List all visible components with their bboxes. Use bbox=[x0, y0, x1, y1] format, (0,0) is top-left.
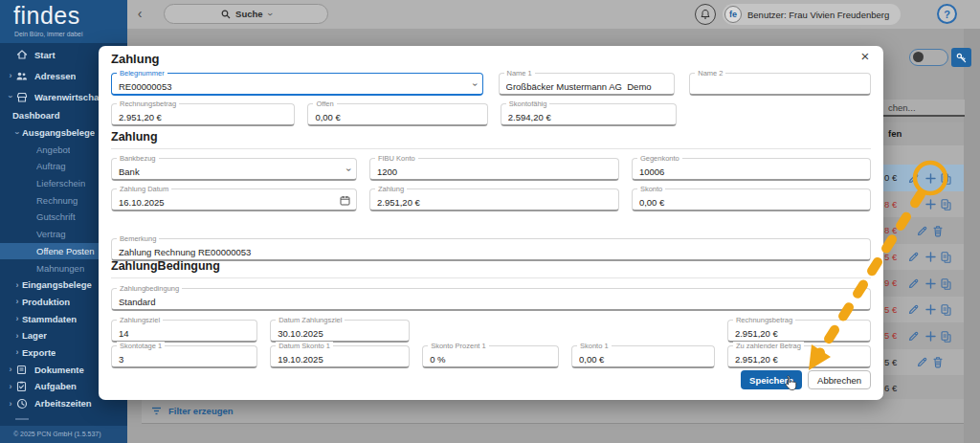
plus-icon[interactable] bbox=[924, 171, 937, 185]
chevron-down-icon: › bbox=[6, 92, 15, 101]
close-icon[interactable]: × bbox=[857, 48, 874, 65]
field-value: 0,00 € bbox=[315, 112, 479, 122]
skontotage1-field[interactable]: Skontotage 1 3 bbox=[111, 345, 257, 368]
table-row[interactable]: 6 € bbox=[883, 375, 964, 402]
table-row[interactable]: 5 € bbox=[883, 322, 964, 349]
help-button[interactable]: ? bbox=[937, 4, 957, 24]
calendar-icon[interactable] bbox=[340, 195, 350, 206]
datum-zahlungsziel-field[interactable]: Datum Zahlungsziel 30.10.2025 bbox=[270, 320, 410, 343]
pencil-icon[interactable] bbox=[906, 251, 920, 264]
sidebar-item-label: Ausgangsbelege bbox=[22, 127, 95, 138]
field-value: Standard bbox=[119, 297, 863, 307]
table-filter-row[interactable] bbox=[883, 145, 964, 165]
table-row[interactable]: 9 € bbox=[883, 270, 964, 297]
plus-icon[interactable] bbox=[924, 303, 937, 317]
name1-field[interactable]: Name 1 Großbäcker Mustermann AG Demo bbox=[499, 73, 675, 96]
skonto1-field[interactable]: Skonto 1 0,00 € bbox=[571, 345, 715, 368]
table-row[interactable]: 8 € bbox=[883, 191, 964, 218]
field-label: Skonto Prozent 1 bbox=[428, 342, 489, 350]
field-value: 2.594,20 € bbox=[508, 112, 669, 122]
sidebar-collapse-button[interactable]: ‹ bbox=[133, 4, 146, 23]
datum-skonto1-field[interactable]: Datum Skonto 1 19.10.2025 bbox=[270, 345, 410, 368]
logo-block[interactable]: findes Dein Büro, immer dabei bbox=[0, 0, 127, 43]
chevron-right-icon: › bbox=[12, 297, 22, 306]
skonto-field[interactable]: Skonto 0,00 € bbox=[632, 188, 871, 211]
belegnummer-field[interactable]: Belegnummer RE00000053 › bbox=[111, 73, 483, 96]
plus-icon[interactable] bbox=[924, 329, 937, 343]
table-search-input[interactable]: chen... bbox=[883, 100, 965, 117]
view-toggle[interactable] bbox=[909, 49, 948, 66]
key-button[interactable] bbox=[951, 48, 971, 67]
table-row[interactable]: 5 € bbox=[883, 297, 964, 323]
table-row[interactable]: 5 € bbox=[883, 349, 964, 376]
sidebar-item-label: Dokumente bbox=[34, 365, 84, 375]
chevron-down-icon[interactable]: › bbox=[470, 83, 480, 86]
copy-icon[interactable] bbox=[939, 171, 952, 185]
offen-field[interactable]: Offen 0,00 € bbox=[307, 103, 487, 126]
global-search[interactable]: Suche › bbox=[164, 4, 328, 24]
field-value: Zahlung Rechnung RE00000053 bbox=[119, 247, 863, 257]
name2-field[interactable]: Name 2 bbox=[689, 73, 871, 96]
field-label: Name 2 bbox=[695, 69, 725, 78]
field-label: Zu zahlender Betrag bbox=[733, 342, 804, 350]
zu-zahlender-betrag-field[interactable]: Zu zahlender Betrag 2.951,20 € bbox=[727, 345, 871, 368]
notifications-button[interactable] bbox=[695, 4, 716, 25]
scrollbar-track[interactable] bbox=[964, 29, 980, 443]
plus-icon[interactable] bbox=[924, 198, 937, 211]
field-label: Zahlung bbox=[375, 185, 407, 193]
key-icon bbox=[955, 52, 968, 64]
sidebar-item-label: Gutschrift bbox=[36, 211, 76, 222]
zahlungbedingung-field[interactable]: Zahlungbedingung Standard bbox=[111, 288, 871, 311]
copy-icon[interactable] bbox=[939, 251, 952, 264]
trash-icon[interactable] bbox=[931, 224, 945, 237]
zahlung-datum-field[interactable]: Zahlung Datum 16.10.2025 bbox=[111, 188, 357, 211]
chevron-right-icon: › bbox=[12, 280, 22, 290]
table-row[interactable]: 8 € bbox=[883, 217, 964, 244]
sidebar-item-label: Dashboard bbox=[12, 110, 60, 121]
field-value: 1200 bbox=[377, 166, 612, 177]
document-icon bbox=[15, 364, 28, 376]
trash-icon[interactable] bbox=[931, 356, 945, 369]
bemerkung-field[interactable]: Bemerkung Zahlung Rechnung RE00000053 bbox=[111, 238, 871, 261]
speichern-button[interactable]: Speichern bbox=[741, 370, 802, 389]
fibu-konto-field[interactable]: FIBU Konto 1200 bbox=[369, 158, 619, 181]
copy-icon[interactable] bbox=[939, 329, 952, 343]
field-value: 0,00 € bbox=[639, 197, 863, 208]
sidebar-item-label: Lieferschein bbox=[36, 178, 85, 188]
copy-icon[interactable] bbox=[939, 198, 952, 211]
pencil-icon[interactable] bbox=[906, 329, 920, 343]
table-column-header-offen[interactable]: fen bbox=[883, 122, 964, 145]
copy-icon[interactable] bbox=[939, 303, 952, 317]
field-label: Belegnummer bbox=[117, 69, 167, 78]
pencil-icon[interactable] bbox=[906, 303, 920, 317]
pencil-icon[interactable] bbox=[906, 277, 920, 290]
zahlung-field[interactable]: Zahlung 2.951,20 € bbox=[369, 188, 619, 211]
plus-icon[interactable] bbox=[924, 251, 937, 264]
chevron-down-icon[interactable]: › bbox=[344, 168, 354, 171]
pencil-icon[interactable] bbox=[915, 224, 928, 237]
create-filter-bar[interactable]: Filter erzeugen bbox=[142, 399, 964, 424]
search-icon bbox=[221, 10, 231, 19]
gegenkonto-field[interactable]: Gegenkonto 10006 bbox=[632, 158, 871, 181]
plus-icon[interactable] bbox=[924, 277, 937, 290]
copy-icon[interactable] bbox=[939, 277, 952, 290]
pencil-icon[interactable] bbox=[915, 356, 928, 369]
skontofaehig-field[interactable]: Skontofähig 2.594,20 € bbox=[501, 103, 677, 126]
rechnungsbetrag2-field[interactable]: Rechnungsbetrag 2.951,20 € bbox=[727, 320, 871, 343]
field-value: 30.10.2025 bbox=[278, 328, 402, 339]
table-row[interactable]: 5 € bbox=[883, 244, 964, 271]
abbrechen-button[interactable]: Abbrechen bbox=[808, 370, 871, 389]
sidebar-item-label: Mahnungen bbox=[36, 263, 84, 274]
rechnungsbetrag-field[interactable]: Rechnungsbetrag 2.951,20 € bbox=[111, 103, 295, 126]
user-menu[interactable]: fe Benutzer: Frau Vivien Freudenberg bbox=[723, 4, 901, 25]
chevron-down-icon: › bbox=[12, 128, 22, 138]
skonto-prozent1-field[interactable]: Skonto Prozent 1 0 % bbox=[422, 345, 559, 368]
modal-title: Zahlung bbox=[111, 52, 160, 66]
field-label: Name 1 bbox=[504, 69, 535, 78]
zahlungsziel-field[interactable]: Zahlungsziel 14 bbox=[111, 320, 257, 343]
bankbezug-field[interactable]: Bankbezug Bank › bbox=[111, 158, 357, 181]
sidebar-item-label: Lager bbox=[22, 330, 47, 341]
pencil-icon[interactable] bbox=[906, 171, 920, 185]
table-row[interactable]: 0 € bbox=[883, 165, 964, 191]
copyright-label: © 2025 PCN GmbH (1.5.537) bbox=[13, 431, 101, 437]
